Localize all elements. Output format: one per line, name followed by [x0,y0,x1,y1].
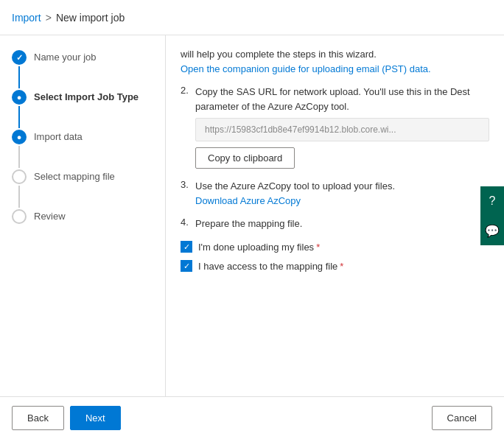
step1-circle: ✓ [12,50,27,65]
section-4: 4. Prepare the mapping file. [181,217,489,231]
breadcrumb-separator: > [46,12,52,24]
footer: Back Next Cancel [0,396,504,439]
section-2-number: 2. [181,85,191,113]
open-guide-link[interactable]: Open the companion guide for uploading e… [181,63,431,74]
step4-connector [12,169,27,209]
chat-icon-button[interactable]: 💬 [480,216,504,245]
back-button[interactable]: Back [12,406,64,430]
step-select-mapping-file[interactable]: Select mapping file [12,169,153,209]
checkbox-done-uploading[interactable]: ✓ I'm done uploading my files* [181,241,489,253]
checkbox-mapping-access[interactable]: ✓ I have access to the mapping file* [181,260,489,272]
step1-connector: ✓ [12,50,27,90]
step4-circle [12,169,27,184]
step2-label: Select Import Job Type [34,90,139,104]
next-button[interactable]: Next [70,406,121,430]
section-2-text: Copy the SAS URL for network upload. You… [195,85,489,113]
checkbox-mapping-access-box[interactable]: ✓ [181,260,192,272]
side-panel-icons: ? 💬 [480,186,504,245]
breadcrumb-current: New import job [56,12,125,24]
step-name-your-job[interactable]: ✓ Name your job [12,50,153,90]
section-2: 2. Copy the SAS URL for network upload. … [181,85,489,169]
intro-text: will help you complete the steps in this… [181,49,377,60]
step3-connector: ● [12,130,27,169]
step-review[interactable]: Review [12,209,153,239]
checkbox2-required: * [340,261,343,272]
section-3: 3. Use the Azure AzCopy tool to upload y… [181,179,489,206]
step3-line [18,146,20,168]
content-area: will help you complete the steps in this… [166,35,504,396]
section-4-number: 4. [181,217,191,231]
checkbox-done-uploading-label: I'm done uploading my files* [198,242,320,253]
sidebar: ✓ Name your job ● Select Import Job Type… [0,35,166,396]
section-3-number: 3. [181,179,191,206]
breadcrumb-import-link[interactable]: Import [12,12,41,24]
step-select-import-job-type[interactable]: ● Select Import Job Type [12,90,153,130]
step4-label: Select mapping file [34,169,115,183]
help-icon-button[interactable]: ? [480,186,504,216]
section-2-row: 2. Copy the SAS URL for network upload. … [181,85,489,113]
section-4-text: Prepare the mapping file. [195,217,302,231]
step2-connector: ● [12,90,27,130]
checkbox-mapping-access-label: I have access to the mapping file* [198,261,343,272]
step5-circle [12,209,27,224]
step1-line [18,66,20,88]
section-4-row: 4. Prepare the mapping file. [181,217,489,231]
main-content: ✓ Name your job ● Select Import Job Type… [0,35,504,396]
checkbox1-required: * [316,242,320,253]
step3-circle: ● [12,130,27,144]
copy-to-clipboard-button[interactable]: Copy to clipboard [195,147,295,169]
step-import-data[interactable]: ● Import data [12,130,153,169]
step5-label: Review [34,209,66,223]
header: Import > New import job [0,0,504,35]
step2-circle: ● [12,90,27,105]
checkbox-done-uploading-box[interactable]: ✓ [181,241,192,253]
step5-connector [12,209,27,224]
intro-text-block: will help you complete the steps in this… [181,47,489,76]
sas-url-box: https://15983cf1db8e47ef9914b12.blob.cor… [195,118,489,141]
step2-line [18,106,20,128]
section-3-text: Use the Azure AzCopy tool to upload your… [195,180,395,192]
step4-line [18,186,20,208]
cancel-button[interactable]: Cancel [432,406,492,430]
step3-label: Import data [34,130,83,144]
section-3-row: 3. Use the Azure AzCopy tool to upload y… [181,179,489,206]
step1-label: Name your job [34,50,97,64]
download-azure-azcopy-link[interactable]: Download Azure AzCopy [195,195,301,206]
